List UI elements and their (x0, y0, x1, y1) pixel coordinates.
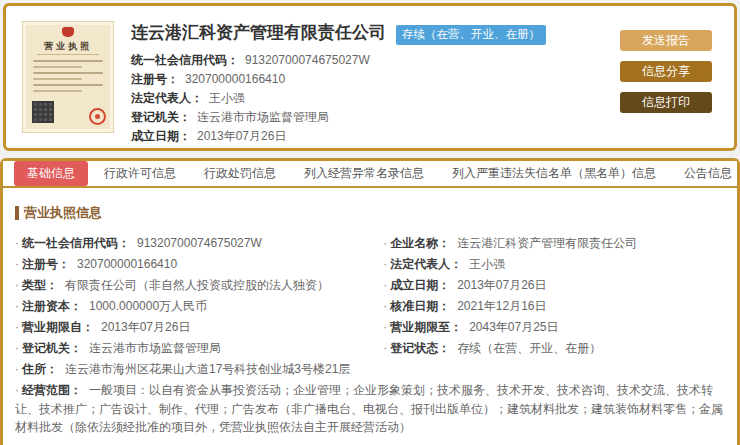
row-address: ·住所：连云港市海州区花果山大道17号科技创业城3号楼21层 (15, 359, 723, 380)
row-reg-number: ·注册号：320700000166410 (15, 254, 383, 275)
tab-abnormal-operation-list[interactable]: 列入经营异常名录信息 (292, 161, 436, 186)
row-term-to: ·营业期限至：2043年07月25日 (383, 317, 723, 338)
license-text-lines (33, 60, 103, 96)
row-reg-authority: ·登记机关：连云港市市场监督管理局 (15, 338, 383, 359)
tab-administrative-penalty[interactable]: 行政处罚信息 (192, 161, 288, 186)
tab-announcement-info[interactable]: 公告信息 (672, 161, 740, 186)
row-establish-date: ·成立日期：2013年07月26日 (383, 275, 723, 296)
info-share-button[interactable]: 信息分享 (620, 61, 712, 82)
license-info-rows: ·统一社会信用代码：91320700074675027W ·企业名称：连云港汇科… (15, 233, 723, 438)
business-license-thumbnail[interactable]: 营业执照 (22, 21, 114, 133)
national-emblem-icon (62, 27, 74, 37)
status-badge: 存续（在营、开业、在册） (396, 25, 546, 45)
header-action-buttons: 发送报告 信息分享 信息打印 (620, 30, 712, 113)
header-field-establish-date: 成立日期：2013年07月26日 (131, 127, 718, 146)
section-title: 营业执照信息 (15, 204, 723, 222)
tab-basic-info[interactable]: 基础信息 (14, 161, 88, 186)
red-seal-icon (89, 108, 106, 125)
detail-card: 基础信息 行政许可信息 行政处罚信息 列入经营异常名录信息 列入严重违法失信名单… (0, 158, 740, 445)
qr-code-icon (32, 101, 54, 123)
license-info-section: 营业执照信息 ·统一社会信用代码：91320700074675027W ·企业名… (3, 188, 737, 438)
tab-serious-violation-blacklist[interactable]: 列入严重违法失信名单（黑名单）信息 (440, 161, 668, 186)
company-name: 连云港汇科资产管理有限责任公司 (131, 22, 386, 44)
tab-bar: 基础信息 行政许可信息 行政处罚信息 列入经营异常名录信息 列入严重违法失信名单… (3, 161, 737, 188)
row-reg-status: ·登记状态：存续（在营、开业、在册） (383, 338, 723, 359)
row-company-type: ·类型：有限责任公司（非自然人投资或控股的法人独资） (15, 275, 383, 296)
license-thumb-title: 营业执照 (23, 40, 113, 53)
row-credit-code: ·统一社会信用代码：91320700074675027W (15, 233, 383, 254)
row-term-from: ·营业期限自：2013年07月26日 (15, 317, 383, 338)
row-legal-rep: ·法定代表人：王小强 (383, 254, 723, 275)
row-registered-capital: ·注册资本：1000.000000万人民币 (15, 296, 383, 317)
row-business-scope: ·经营范围：一般项目：以自有资金从事投资活动；企业管理；企业形象策划；技术服务、… (15, 380, 723, 438)
tab-administrative-license[interactable]: 行政许可信息 (92, 161, 188, 186)
section-title-bar (15, 206, 19, 220)
row-approval-date: ·核准日期：2021年12月16日 (383, 296, 723, 317)
send-report-button[interactable]: 发送报告 (620, 30, 712, 51)
info-print-button[interactable]: 信息打印 (620, 92, 712, 113)
license-divider (37, 54, 99, 55)
row-company-name: ·企业名称：连云港汇科资产管理有限责任公司 (383, 233, 723, 254)
company-header-card: 营业执照 连云港汇科资产管理有限责任公司 存续（在营、开业、在册） 统一社会信用… (3, 3, 737, 151)
